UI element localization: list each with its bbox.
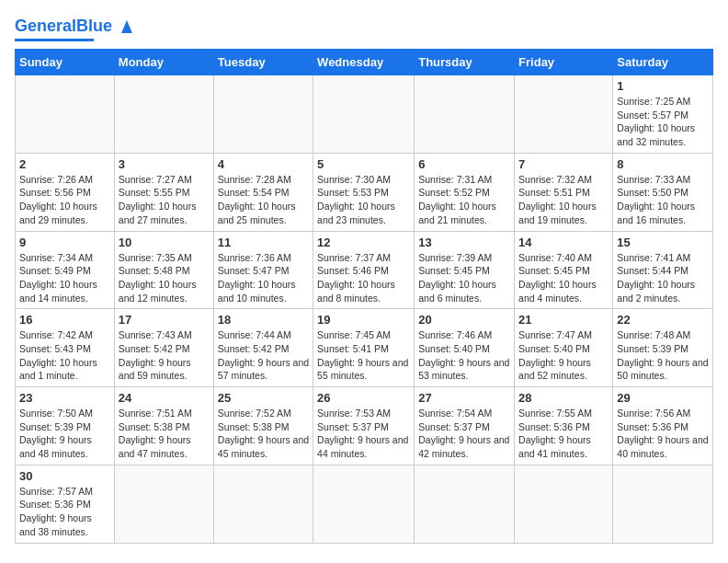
calendar-cell: 4Sunrise: 7:28 AM Sunset: 5:54 PM Daylig… — [213, 153, 313, 231]
day-info: Sunrise: 7:30 AM Sunset: 5:53 PM Dayligh… — [317, 173, 410, 227]
day-number: 6 — [418, 157, 510, 171]
calendar-week-3: 16Sunrise: 7:42 AM Sunset: 5:43 PM Dayli… — [16, 309, 713, 387]
day-info: Sunrise: 7:25 AM Sunset: 5:57 PM Dayligh… — [617, 95, 709, 149]
calendar-cell: 19Sunrise: 7:45 AM Sunset: 5:41 PM Dayli… — [313, 309, 415, 387]
day-info: Sunrise: 7:40 AM Sunset: 5:45 PM Dayligh… — [518, 251, 609, 305]
calendar-cell: 27Sunrise: 7:54 AM Sunset: 5:37 PM Dayli… — [415, 387, 515, 465]
day-number: 25 — [218, 391, 309, 405]
day-number: 3 — [119, 157, 210, 171]
day-number: 15 — [617, 236, 709, 249]
day-number: 18 — [218, 313, 309, 327]
day-info: Sunrise: 7:46 AM Sunset: 5:40 PM Dayligh… — [418, 328, 510, 383]
calendar-cell — [114, 465, 213, 543]
calendar-cell — [515, 75, 613, 154]
day-info: Sunrise: 7:37 AM Sunset: 5:46 PM Dayligh… — [317, 251, 410, 305]
day-number: 30 — [19, 469, 110, 483]
calendar-cell — [16, 75, 115, 154]
logo-blue: Blue — [76, 17, 112, 35]
calendar-week-1: 2Sunrise: 7:26 AM Sunset: 5:56 PM Daylig… — [16, 153, 713, 231]
day-info: Sunrise: 7:41 AM Sunset: 5:44 PM Dayligh… — [617, 251, 709, 305]
day-info: Sunrise: 7:55 AM Sunset: 5:36 PM Dayligh… — [518, 407, 609, 461]
day-info: Sunrise: 7:52 AM Sunset: 5:38 PM Dayligh… — [218, 407, 309, 461]
calendar-cell: 11Sunrise: 7:36 AM Sunset: 5:47 PM Dayli… — [213, 231, 313, 309]
day-info: Sunrise: 7:42 AM Sunset: 5:43 PM Dayligh… — [19, 328, 110, 383]
calendar-cell — [515, 465, 613, 543]
calendar-cell — [114, 75, 213, 154]
logo: GeneralBlue — [15, 15, 138, 41]
day-number: 20 — [418, 313, 510, 327]
calendar-cell: 30Sunrise: 7:57 AM Sunset: 5:36 PM Dayli… — [16, 465, 115, 543]
calendar-cell: 25Sunrise: 7:52 AM Sunset: 5:38 PM Dayli… — [213, 387, 313, 465]
day-number: 12 — [317, 236, 410, 249]
day-number: 29 — [617, 391, 709, 405]
calendar-cell: 16Sunrise: 7:42 AM Sunset: 5:43 PM Dayli… — [16, 309, 115, 387]
day-info: Sunrise: 7:47 AM Sunset: 5:40 PM Dayligh… — [518, 328, 609, 383]
day-info: Sunrise: 7:33 AM Sunset: 5:50 PM Dayligh… — [617, 173, 709, 227]
calendar-cell: 29Sunrise: 7:56 AM Sunset: 5:36 PM Dayli… — [613, 387, 713, 465]
day-info: Sunrise: 7:57 AM Sunset: 5:36 PM Dayligh… — [19, 485, 110, 539]
day-info: Sunrise: 7:53 AM Sunset: 5:37 PM Dayligh… — [317, 407, 410, 461]
logo-icon — [116, 15, 138, 37]
calendar-cell: 13Sunrise: 7:39 AM Sunset: 5:45 PM Dayli… — [415, 231, 515, 309]
calendar-cell: 22Sunrise: 7:48 AM Sunset: 5:39 PM Dayli… — [613, 309, 713, 387]
calendar-week-4: 23Sunrise: 7:50 AM Sunset: 5:39 PM Dayli… — [16, 387, 713, 465]
calendar-cell: 23Sunrise: 7:50 AM Sunset: 5:39 PM Dayli… — [16, 387, 115, 465]
svg-marker-0 — [121, 20, 132, 33]
day-info: Sunrise: 7:27 AM Sunset: 5:55 PM Dayligh… — [119, 173, 210, 227]
day-info: Sunrise: 7:28 AM Sunset: 5:54 PM Dayligh… — [218, 173, 309, 227]
day-number: 13 — [418, 236, 510, 249]
logo-text: GeneralBlue — [15, 17, 112, 36]
day-number: 14 — [518, 236, 609, 249]
calendar-cell — [415, 465, 515, 543]
day-header-sunday: Sunday — [16, 50, 115, 75]
calendar-cell: 20Sunrise: 7:46 AM Sunset: 5:40 PM Dayli… — [415, 309, 515, 387]
day-number: 5 — [317, 157, 410, 171]
calendar-cell — [213, 75, 313, 154]
calendar-cell: 28Sunrise: 7:55 AM Sunset: 5:36 PM Dayli… — [515, 387, 613, 465]
calendar-cell: 8Sunrise: 7:33 AM Sunset: 5:50 PM Daylig… — [613, 153, 713, 231]
calendar-cell: 7Sunrise: 7:32 AM Sunset: 5:51 PM Daylig… — [515, 153, 613, 231]
day-info: Sunrise: 7:26 AM Sunset: 5:56 PM Dayligh… — [19, 173, 110, 227]
day-info: Sunrise: 7:45 AM Sunset: 5:41 PM Dayligh… — [317, 328, 410, 383]
calendar-week-5: 30Sunrise: 7:57 AM Sunset: 5:36 PM Dayli… — [16, 465, 713, 543]
calendar-cell — [313, 75, 415, 154]
calendar-cell: 18Sunrise: 7:44 AM Sunset: 5:42 PM Dayli… — [213, 309, 313, 387]
calendar-cell: 14Sunrise: 7:40 AM Sunset: 5:45 PM Dayli… — [515, 231, 613, 309]
day-info: Sunrise: 7:31 AM Sunset: 5:52 PM Dayligh… — [418, 173, 510, 227]
day-number: 22 — [617, 313, 709, 327]
page-header: GeneralBlue — [15, 15, 713, 41]
calendar-cell — [213, 465, 313, 543]
logo-underline — [15, 39, 94, 41]
calendar-cell: 3Sunrise: 7:27 AM Sunset: 5:55 PM Daylig… — [114, 153, 213, 231]
calendar-week-2: 9Sunrise: 7:34 AM Sunset: 5:49 PM Daylig… — [16, 231, 713, 309]
day-number: 11 — [218, 236, 309, 249]
day-info: Sunrise: 7:56 AM Sunset: 5:36 PM Dayligh… — [617, 407, 709, 461]
day-header-tuesday: Tuesday — [213, 50, 313, 75]
day-info: Sunrise: 7:43 AM Sunset: 5:42 PM Dayligh… — [119, 328, 210, 383]
day-number: 19 — [317, 313, 410, 327]
day-header-friday: Friday — [515, 50, 613, 75]
day-info: Sunrise: 7:34 AM Sunset: 5:49 PM Dayligh… — [19, 251, 110, 305]
logo-general: General — [15, 17, 76, 35]
day-header-wednesday: Wednesday — [313, 50, 415, 75]
day-info: Sunrise: 7:44 AM Sunset: 5:42 PM Dayligh… — [218, 328, 309, 383]
day-info: Sunrise: 7:36 AM Sunset: 5:47 PM Dayligh… — [218, 251, 309, 305]
calendar-cell: 24Sunrise: 7:51 AM Sunset: 5:38 PM Dayli… — [114, 387, 213, 465]
day-number: 23 — [19, 391, 110, 405]
calendar-cell: 21Sunrise: 7:47 AM Sunset: 5:40 PM Dayli… — [515, 309, 613, 387]
calendar-cell: 6Sunrise: 7:31 AM Sunset: 5:52 PM Daylig… — [415, 153, 515, 231]
calendar-cell — [313, 465, 415, 543]
day-number: 28 — [518, 391, 609, 405]
day-number: 24 — [119, 391, 210, 405]
calendar-cell: 10Sunrise: 7:35 AM Sunset: 5:48 PM Dayli… — [114, 231, 213, 309]
day-info: Sunrise: 7:48 AM Sunset: 5:39 PM Dayligh… — [617, 328, 709, 383]
day-header-saturday: Saturday — [613, 50, 713, 75]
calendar-cell: 9Sunrise: 7:34 AM Sunset: 5:49 PM Daylig… — [16, 231, 115, 309]
calendar-cell: 12Sunrise: 7:37 AM Sunset: 5:46 PM Dayli… — [313, 231, 415, 309]
day-number: 9 — [19, 236, 110, 249]
calendar-header-row: SundayMondayTuesdayWednesdayThursdayFrid… — [16, 50, 713, 75]
day-info: Sunrise: 7:51 AM Sunset: 5:38 PM Dayligh… — [119, 407, 210, 461]
day-number: 4 — [218, 157, 309, 171]
day-info: Sunrise: 7:39 AM Sunset: 5:45 PM Dayligh… — [418, 251, 510, 305]
calendar-cell: 5Sunrise: 7:30 AM Sunset: 5:53 PM Daylig… — [313, 153, 415, 231]
